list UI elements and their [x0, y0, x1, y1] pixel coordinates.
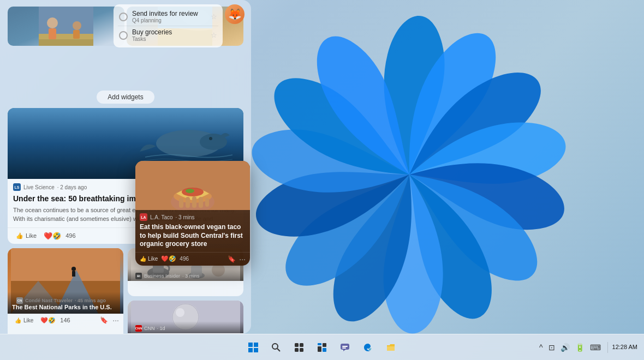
keyboard-icon[interactable]: ⌨ [588, 341, 603, 354]
bookmark-button-parks[interactable]: 🔖 [100, 316, 108, 324]
windows-button[interactable] [243, 338, 263, 357]
conde-nast-icon: CN [16, 297, 23, 304]
popup-reaction-count: 496 [180, 256, 189, 262]
svg-rect-41 [254, 343, 258, 347]
desktop-background: 🦊 [0, 0, 644, 360]
cnn-source-name: CNN [144, 326, 155, 331]
svg-rect-49 [300, 348, 303, 352]
svg-rect-39 [205, 198, 209, 207]
add-widgets-button[interactable]: Add widgets [97, 91, 154, 104]
add-widgets-label: Add widgets [108, 93, 143, 101]
cnn-card-image: CNN CNN · 1d [128, 301, 243, 333]
edge-icon [363, 343, 373, 352]
popup-bookmark-button[interactable]: 🔖 [228, 255, 236, 263]
task-checkbox-2[interactable] [119, 31, 128, 40]
taskbar-center [243, 338, 401, 357]
taskbar-separator [607, 342, 608, 353]
parks-title: The Best National Parks in the U.S. [12, 304, 119, 310]
svg-point-18 [71, 267, 76, 271]
svg-point-28 [176, 308, 184, 317]
popup-reactions: ❤️🤣 [161, 255, 176, 262]
task-star-2[interactable]: ☆ [211, 31, 217, 39]
task-checkbox-1[interactable] [119, 13, 128, 21]
svg-rect-52 [318, 346, 321, 352]
parks-reactions: ❤️🤣 [40, 317, 56, 324]
parks-card-image: CN Condé Nast Traveler · 45 mins ago The… [8, 248, 123, 314]
svg-rect-3 [49, 28, 56, 39]
search-button[interactable] [266, 338, 286, 357]
user-avatar[interactable]: 🦊 [225, 4, 245, 24]
widgets-button[interactable] [312, 338, 332, 357]
parks-source: CN Condé Nast Traveler · 45 mins ago [12, 295, 119, 304]
popup-source-line: LA L.A. Taco · 3 mins [135, 210, 250, 221]
svg-rect-38 [199, 197, 203, 208]
svg-rect-47 [300, 343, 303, 347]
whale-svg [134, 113, 232, 168]
task-text-2: Buy groceries Tasks [132, 28, 206, 42]
chevron-icon[interactable]: ^ [537, 341, 545, 354]
task-star-1[interactable]: ☆ [211, 13, 217, 21]
task-view-button[interactable] [289, 338, 309, 357]
svg-rect-43 [254, 348, 258, 352]
svg-line-45 [277, 349, 280, 351]
photo-thumb-1[interactable] [8, 7, 124, 46]
svg-rect-37 [192, 196, 196, 208]
svg-rect-51 [323, 343, 326, 347]
svg-rect-15 [11, 248, 120, 281]
widgets-icon [317, 343, 327, 352]
task-view-icon [294, 343, 304, 352]
source-time: · 2 days ago [57, 184, 87, 190]
svg-rect-36 [186, 197, 190, 208]
network-icon[interactable]: ⊡ [546, 341, 557, 354]
parks-overlay-text: CN Condé Nast Traveler · 45 mins ago The… [8, 292, 123, 314]
svg-rect-42 [248, 348, 253, 352]
svg-rect-46 [295, 343, 299, 347]
like-button-parks[interactable]: 👍 Like [12, 316, 36, 325]
popup-source-time: · 3 mins [176, 214, 195, 220]
news-card-cnn: CNN CNN · 1d [128, 301, 243, 334]
explorer-button[interactable] [381, 338, 401, 357]
taskbar-clock[interactable]: 12:28 AM [612, 343, 637, 351]
popup-source-name: L.A. Taco [150, 214, 173, 220]
svg-point-44 [272, 344, 278, 349]
parks-bg: CN Condé Nast Traveler · 45 mins ago The… [8, 248, 123, 314]
popup-card-taco: LA L.A. Taco · 3 mins Eat this black-own… [135, 161, 250, 266]
popup-more-button[interactable]: ··· [239, 255, 246, 263]
business-source: BI Business Insider · 3 mins [131, 271, 240, 279]
business-source-name: Business Insider [144, 273, 180, 279]
business-insider-icon: BI [135, 273, 142, 279]
svg-point-12 [209, 137, 212, 140]
system-tray-icons: ^ ⊡ 🔊 🔋 ⌨ [537, 341, 603, 354]
chat-button[interactable] [335, 338, 355, 357]
task-item-1[interactable]: Send invites for review Q4 planning ☆ [118, 8, 218, 26]
battery-icon[interactable]: 🔋 [573, 341, 587, 354]
svg-rect-19 [72, 271, 75, 277]
popup-like-button[interactable]: 👍 Like [140, 256, 158, 262]
bloom-wallpaper [218, 5, 600, 344]
volume-icon[interactable]: 🔊 [558, 341, 572, 354]
svg-rect-35 [179, 198, 183, 208]
taco-card-image [135, 161, 250, 210]
news-card-parks: CN Condé Nast Traveler · 45 mins ago The… [8, 248, 123, 334]
cnn-bg: CNN CNN · 1d [128, 301, 243, 333]
svg-rect-48 [295, 348, 299, 352]
parks-card-actions: 👍 Like ❤️🤣 146 🔖 ··· [8, 314, 123, 327]
svg-rect-6 [39, 39, 93, 46]
la-taco-icon: LA [140, 213, 147, 221]
svg-rect-53 [323, 348, 326, 352]
like-button-large[interactable]: 👍 Like [13, 231, 39, 241]
svg-rect-55 [342, 346, 348, 347]
cnn-icon: CNN [135, 325, 142, 332]
svg-rect-40 [248, 343, 253, 347]
task-item-2[interactable]: Buy groceries Tasks ☆ [118, 26, 218, 44]
taskbar: ^ ⊡ 🔊 🔋 ⌨ 12:28 AM [0, 334, 644, 360]
popup-title: Eat this black-owned vegan taco to help … [135, 221, 250, 252]
live-science-icon: LS [13, 183, 21, 191]
edge-button[interactable] [358, 338, 378, 357]
more-options-parks[interactable]: ··· [112, 316, 119, 324]
chat-icon [340, 343, 350, 352]
explorer-icon [386, 343, 396, 352]
clock-time: 12:28 AM [612, 343, 637, 351]
svg-rect-56 [342, 347, 346, 349]
task-text-1: Send invites for review Q4 planning [132, 10, 206, 23]
